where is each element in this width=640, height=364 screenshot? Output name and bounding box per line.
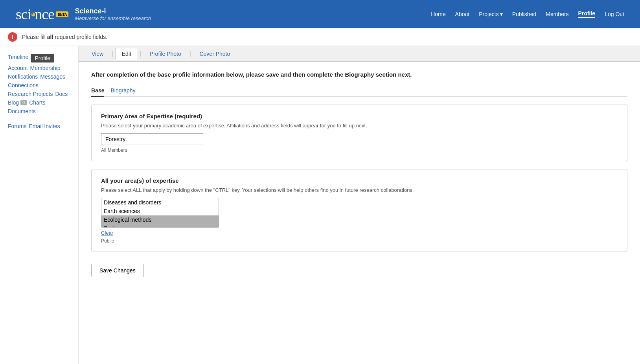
- blog-badge: 0: [20, 100, 27, 105]
- sidebar-row-4: Documents: [8, 108, 70, 114]
- all-expertise-title: All your area(s) of expertise: [101, 177, 618, 184]
- sidebar-nav: Timeline Profile Account Membership Noti…: [8, 54, 70, 132]
- primary-expertise-desc: Please select your primary academic area…: [101, 123, 618, 129]
- sidebar-row-1: Timeline Profile Account Membership: [8, 54, 70, 71]
- nav-logout[interactable]: Log Out: [605, 11, 624, 17]
- site-tagline: Metaverse for ensemble research: [75, 15, 151, 21]
- tab-bar: View | Edit | Profile Photo | Cover Phot…: [79, 46, 640, 62]
- sidebar-item-blog[interactable]: Blog: [8, 99, 19, 106]
- logo: sci◕nce BETA: [16, 6, 68, 23]
- sidebar-item-docs[interactable]: Docs: [55, 91, 68, 97]
- sidebar-item-forums[interactable]: Forums: [8, 123, 26, 129]
- all-expertise-note: Public: [101, 238, 618, 244]
- primary-expertise-title: Primary Area of Expertise (required): [101, 113, 618, 119]
- sidebar-item-profile[interactable]: Profile: [31, 54, 54, 63]
- nav-members[interactable]: Members: [546, 11, 568, 17]
- sidebar-row-5: Forums Email Invites: [8, 123, 70, 129]
- header-nav: Home About Projects ▾ Published Members …: [431, 10, 624, 18]
- sidebar-row-2: Notifications Messages Connections: [8, 74, 70, 88]
- content-area: View | Edit | Profile Photo | Cover Phot…: [79, 46, 640, 364]
- main-layout: Timeline Profile Account Membership Noti…: [0, 46, 640, 364]
- option-ecological-methods[interactable]: Ecological methods: [101, 215, 219, 224]
- alert-text: Please fill all required profile fields.: [22, 34, 107, 40]
- nav-profile[interactable]: Profile: [578, 10, 596, 18]
- sidebar-item-account[interactable]: Account: [8, 65, 28, 71]
- tab-edit[interactable]: Edit: [115, 48, 138, 60]
- primary-expertise-section: Primary Area of Expertise (required) Ple…: [91, 105, 627, 161]
- site-name: Science-i: [75, 7, 151, 15]
- header: sci◕nce BETA Science-i Metaverse for ens…: [0, 0, 640, 28]
- nav-about[interactable]: About: [455, 11, 470, 17]
- section-tab-base[interactable]: Base: [91, 87, 104, 97]
- sidebar-item-notifications[interactable]: Notifications: [8, 74, 38, 80]
- all-expertise-desc: Please select ALL that apply by holding …: [101, 187, 618, 193]
- section-tabs: Base Biography: [91, 87, 627, 97]
- primary-expertise-input[interactable]: [101, 133, 203, 145]
- sidebar-item-research-projects[interactable]: Research Projects: [8, 91, 53, 97]
- nav-published[interactable]: Published: [512, 11, 537, 17]
- sidebar-item-messages[interactable]: Messages: [40, 74, 65, 80]
- section-tab-biography[interactable]: Biography: [110, 87, 135, 96]
- logo-dot: ◕: [31, 11, 35, 17]
- sidebar-row-3: Research Projects Docs Blog 0 Charts: [8, 91, 70, 106]
- clear-link[interactable]: Clear: [101, 230, 113, 236]
- primary-expertise-note: All Members: [101, 147, 618, 153]
- chevron-down-icon: ▾: [500, 11, 503, 17]
- form-content: After completion of the base profile inf…: [79, 62, 640, 287]
- sidebar-item-documents[interactable]: Documents: [8, 108, 36, 114]
- nav-projects[interactable]: Projects ▾: [479, 11, 503, 17]
- option-earth-sciences[interactable]: Earth sciences: [101, 207, 219, 215]
- alert-icon: !: [8, 32, 17, 42]
- beta-badge: BETA: [56, 11, 69, 17]
- save-changes-button[interactable]: Save Changes: [91, 264, 144, 277]
- sidebar-item-membership[interactable]: Membership: [30, 65, 61, 71]
- option-ecology[interactable]: Ecology: [101, 224, 219, 228]
- all-expertise-section: All your area(s) of expertise Please sel…: [91, 169, 627, 252]
- tab-profile-photo[interactable]: Profile Photo: [143, 48, 188, 60]
- all-expertise-select[interactable]: Diseases and disorders Earth sciences Ec…: [101, 198, 219, 228]
- tab-view[interactable]: View: [85, 48, 110, 60]
- nav-home[interactable]: Home: [431, 11, 445, 17]
- sidebar: Timeline Profile Account Membership Noti…: [0, 46, 79, 364]
- sidebar-item-charts[interactable]: Charts: [29, 99, 45, 106]
- sidebar-item-email-invites[interactable]: Email Invites: [29, 123, 60, 129]
- header-left: sci◕nce BETA Science-i Metaverse for ens…: [16, 6, 151, 23]
- sidebar-item-connections[interactable]: Connections: [8, 82, 39, 88]
- sidebar-item-timeline[interactable]: Timeline: [8, 54, 28, 63]
- alert-bar: ! Please fill all required profile field…: [0, 28, 640, 46]
- site-title: Science-i Metaverse for ensemble researc…: [75, 7, 151, 21]
- logo-area: sci◕nce BETA: [16, 6, 68, 23]
- option-diseases[interactable]: Diseases and disorders: [101, 198, 219, 207]
- tab-cover-photo[interactable]: Cover Photo: [193, 48, 237, 60]
- instruction-text: After completion of the base profile inf…: [91, 71, 627, 78]
